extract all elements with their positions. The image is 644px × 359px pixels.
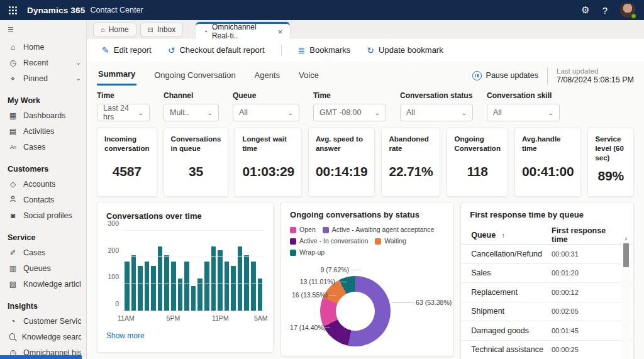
tab-home[interactable]: ⌂ Home — [93, 23, 136, 36]
sidebar-selected-item-partial[interactable] — [0, 355, 82, 359]
bar[interactable] — [171, 262, 176, 311]
legend-item[interactable]: Active - Awaiting agent acceptance — [323, 225, 435, 235]
pause-updates-button[interactable]: Pause updates — [472, 71, 538, 80]
legend-item[interactable]: Waiting — [375, 236, 406, 246]
queue-dropdown[interactable]: All ⌄ — [233, 104, 299, 121]
time-range-dropdown[interactable]: Last 24 hrs ⌄ — [97, 104, 150, 121]
channel-dropdown[interactable]: Mult.. ⌄ — [164, 104, 219, 121]
chevron-down-icon[interactable]: ⌄ — [76, 75, 81, 82]
sidebar-section-service: Service — [0, 231, 86, 245]
edit-report-button[interactable]: ✎ Edit report — [102, 45, 152, 55]
app-brand: Dynamics 365 — [27, 6, 85, 15]
legend-item[interactable]: Wrap-up — [290, 248, 325, 257]
sidebar-item-customer-service-historical[interactable]: ◔ Customer Service his... — [0, 313, 86, 329]
first-response-time-cell: 00:01:20 — [552, 269, 617, 277]
legend-item[interactable]: Active - In conversation — [290, 236, 368, 246]
sort-ascending-icon: ↑ — [502, 231, 506, 239]
sidebar-item-dashboards[interactable]: ▦ Dashboards — [0, 108, 86, 123]
sidebar-item-cases[interactable]: A≡ Cases — [0, 139, 86, 155]
tab-omnichannel-realtime-active[interactable]: ◔ Omnichannel Real-ti.. × — [196, 22, 290, 39]
table-scrollbar[interactable]: ∧ ∨ — [622, 235, 630, 359]
bar[interactable] — [204, 262, 209, 311]
queues-icon: ▥ — [8, 264, 18, 273]
report-page-tabs: Summary Ongoing Conversation Agents Voic… — [97, 65, 634, 86]
legend-item[interactable]: Open — [290, 225, 316, 235]
chevron-down-icon: ⌄ — [375, 109, 380, 116]
kpi-avg-handle-time: Avg.handle time 00:41:00 — [514, 128, 581, 197]
bar[interactable] — [151, 266, 156, 311]
kpi-card-row: Incoming conversation 4587 Conversations… — [97, 128, 634, 197]
bar[interactable] — [225, 262, 230, 311]
bar[interactable] — [218, 250, 223, 311]
table-row[interactable]: Sales00:01:20 — [461, 264, 633, 284]
show-more-link[interactable]: Show more — [106, 331, 145, 340]
donut-label-awaiting-acceptance: 63 (53.38%) — [416, 299, 452, 306]
table-row[interactable]: Technical assistance00:00:25 — [461, 341, 633, 359]
x-tick-label: 11PM — [212, 314, 229, 322]
kpi-ongoing-conversation: Ongoing Conversation 118 — [447, 128, 508, 197]
kpi-service-level: Service level (60 sec) 89% — [587, 128, 634, 197]
clock-icon: ◷ — [8, 58, 18, 67]
queue-table: Queue ↑ First response time Cancellation… — [461, 226, 633, 359]
subtab-agents[interactable]: Agents — [253, 67, 281, 85]
sidebar-item-accounts[interactable]: ◇ Accounts — [0, 176, 86, 192]
sidebar-item-queues[interactable]: ▥ Queues — [0, 260, 86, 276]
callout-line — [329, 295, 336, 295]
sidebar-item-knowledge-articles[interactable]: ▧ Knowledge articles — [0, 276, 86, 292]
bar[interactable] — [251, 262, 256, 311]
article-icon: ▧ — [8, 280, 18, 289]
toolbar-divider — [281, 45, 282, 56]
bar[interactable] — [231, 266, 236, 311]
scroll-up-icon[interactable]: ∧ — [625, 235, 628, 243]
sidebar-item-contacts[interactable]: Contacts — [0, 192, 86, 207]
table-row[interactable]: Damaged goods00:01:45 — [461, 321, 633, 341]
filter-queue: Queue All ⌄ — [233, 91, 299, 121]
bar[interactable] — [184, 262, 189, 311]
sidebar-item-recent[interactable]: ◷ Recent ⌄ — [0, 55, 86, 70]
sidebar-item-activities[interactable]: ▤ Activities — [0, 123, 86, 139]
sidebar-item-home[interactable]: ⌂ Home — [0, 39, 86, 55]
chevron-down-icon: ⌄ — [462, 109, 467, 116]
chevron-down-icon[interactable]: ⌄ — [76, 59, 81, 66]
table-row[interactable]: Shipment00:02:05 — [461, 302, 633, 322]
checkout-default-report-button[interactable]: ↺ Checkout default report — [168, 45, 265, 55]
bar-chart-x-axis: 11AM5PM11PM5AM — [123, 311, 264, 323]
filter-time-range: Time Last 24 hrs ⌄ — [97, 91, 150, 121]
report-canvas: Summary Ongoing Conversation Agents Voic… — [87, 61, 644, 359]
table-row[interactable]: Cancellation/Refund00:00:31 — [461, 245, 633, 264]
bar[interactable] — [145, 262, 150, 311]
user-avatar[interactable] — [620, 3, 635, 18]
column-header-first-response-time[interactable]: First response time — [552, 226, 617, 244]
update-bookmark-button[interactable]: ↻ Update bookmark — [367, 45, 443, 55]
timezone-dropdown[interactable]: GMT -08:00 ⌄ — [313, 104, 386, 121]
bar[interactable] — [125, 262, 130, 311]
close-icon[interactable]: × — [278, 27, 283, 36]
sidebar-item-service-cases[interactable]: ✐ Cases — [0, 245, 86, 260]
table-row[interactable]: Replacement00:00:12 — [461, 283, 633, 302]
bookmarks-icon: ≣ — [298, 45, 306, 55]
scrollbar-thumb[interactable] — [623, 243, 629, 267]
sidebar-item-knowledge-search-analytics[interactable]: Knowledge search an.. — [0, 329, 86, 345]
nav-hamburger-button[interactable]: ≡ — [0, 20, 86, 39]
bar[interactable] — [138, 266, 143, 311]
donut-ring[interactable] — [320, 276, 391, 346]
settings-gear-icon[interactable]: ⚙ — [581, 4, 589, 16]
callout-line — [323, 328, 330, 328]
waffle-icon[interactable] — [9, 6, 17, 14]
conversation-status-dropdown[interactable]: All ⌄ — [400, 104, 473, 121]
sidebar-item-social-profiles[interactable]: ◙ Social profiles — [0, 207, 86, 223]
clipboard-icon: ▤ — [8, 127, 18, 136]
column-header-queue[interactable]: Queue ↑ — [471, 231, 505, 240]
subtab-ongoing-conversation[interactable]: Ongoing Conversation — [153, 67, 236, 85]
sidebar-item-pinned[interactable]: ⌖ Pinned ⌄ — [0, 70, 86, 86]
subtab-summary[interactable]: Summary — [97, 65, 136, 86]
subtab-voice[interactable]: Voice — [297, 67, 320, 85]
conversation-skill-dropdown[interactable]: All ⌄ — [487, 104, 560, 121]
bar[interactable] — [191, 286, 196, 311]
first-response-time-cell: 00:00:25 — [552, 346, 617, 353]
filter-bar: Time Last 24 hrs ⌄ Channel Mult.. ⌄ Queu… — [97, 91, 634, 121]
home-icon: ⌂ — [8, 43, 18, 52]
tab-inbox[interactable]: ⊟ Inbox — [140, 23, 184, 36]
bookmarks-button[interactable]: ≣ Bookmarks — [298, 45, 351, 55]
help-icon[interactable]: ? — [602, 5, 608, 16]
